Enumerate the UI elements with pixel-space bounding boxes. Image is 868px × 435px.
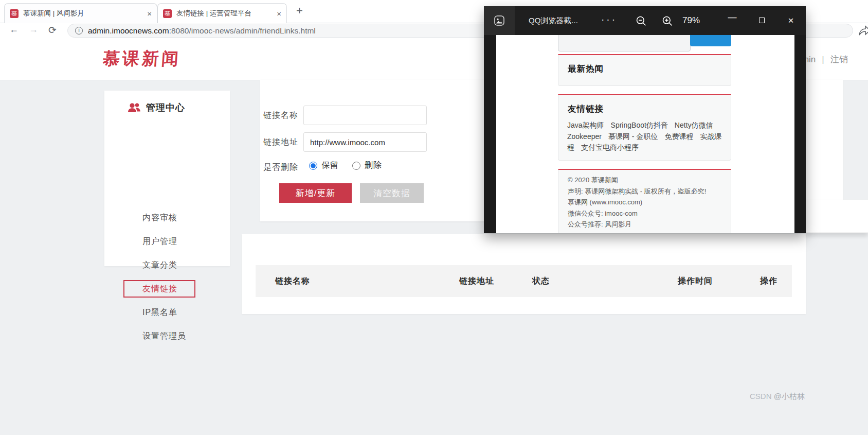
sidebar-item-ip-blacklist[interactable]: IP黑名单 [104, 301, 230, 324]
col-operations: 操作 [760, 265, 777, 297]
footer-lines: © 2020 慕课新闻 声明: 慕课网微架构实战 - 版权所有，盗版必究! 慕课… [568, 175, 724, 230]
viewed-screenshot: ⋯ 最新热闻 友情链接 Java架构师SpringBoot仿抖音Netty仿微信… [496, 35, 794, 233]
favicon-imooc: 慕 [163, 9, 172, 18]
footer-line: 微信公众号: imooc-com [568, 208, 724, 219]
friend-link: 支付宝电商小程序 [581, 143, 639, 151]
share-icon[interactable] [858, 25, 868, 37]
link-url-label: 链接地址 [263, 137, 298, 148]
friend-links-list: Java架构师SpringBoot仿抖音Netty仿微信Zookeeper慕课网… [567, 120, 724, 153]
users-icon [128, 102, 141, 113]
friend-link: Zookeeper [567, 132, 602, 141]
hot-news-title: 最新热闻 [568, 63, 731, 75]
forward-icon[interactable]: → [29, 24, 38, 35]
footer-line: © 2020 慕课新闻 [568, 175, 724, 186]
viewer-title: QQ浏览器截... [529, 6, 578, 35]
tab-title: 友情链接 | 运营管理平台 [176, 9, 273, 18]
link-name-input[interactable] [303, 106, 427, 125]
back-icon[interactable]: ← [9, 24, 19, 35]
footer-line: 慕课网 (www.imooc.com) [568, 197, 724, 208]
delete-radio[interactable] [352, 162, 360, 170]
sidebar: 管理中心 内容审核 用户管理 文章分类 友情链接 IP黑名单 设置管理员 [104, 91, 230, 266]
new-tab-icon[interactable]: + [296, 4, 303, 18]
is-delete-label: 是否删除 [263, 162, 298, 173]
viewer-titlebar[interactable]: QQ浏览器截... ··· 79% — × [484, 6, 806, 35]
footer-line: 声明: 慕课网微架构实战 - 版权所有，盗版必究! [568, 186, 724, 197]
sidebar-title-label: 管理中心 [146, 101, 185, 114]
minimize-icon[interactable]: — [720, 6, 744, 35]
delete-radio-group: 保留 删除 [309, 160, 395, 171]
browser-tab-2-active[interactable]: 慕 友情链接 | 运营管理平台 × [157, 3, 287, 23]
logout-link[interactable]: 注销 [830, 55, 848, 64]
col-link-name: 链接名称 [275, 265, 310, 297]
photo-search-button: ⋯ [690, 35, 731, 46]
friend-link: SpringBoot仿抖音 [611, 121, 668, 129]
picture-icon [494, 15, 505, 26]
watermark-brand: CSDN [750, 392, 772, 401]
more-menu-icon[interactable]: ··· [601, 6, 617, 33]
browser-tab-1[interactable]: 慕 慕课新闻 | 风间影月 × [4, 3, 157, 23]
photo-friend-links-panel: 友情链接 Java架构师SpringBoot仿抖音Netty仿微信Zookeep… [558, 94, 731, 161]
col-status: 状态 [532, 265, 550, 297]
link-url-input[interactable] [303, 132, 427, 152]
friend-link: Netty仿微信 [675, 121, 713, 129]
watermark: CSDN @小枯林 [750, 392, 805, 402]
favicon-imooc: 慕 [10, 9, 19, 18]
table-header-row: 链接名称 链接地址 状态 操作时间 操作 [256, 265, 792, 297]
friend-link: 免费课程 [664, 132, 693, 141]
reload-icon[interactable]: ⟳ [48, 24, 57, 36]
zoom-out-icon[interactable] [636, 15, 647, 27]
url-text: admin.imoocnews.com:8080/imooc-news/admi… [88, 26, 316, 36]
delete-radio-label[interactable]: 删除 [365, 160, 382, 171]
photo-search-input [558, 35, 691, 51]
site-logo[interactable]: 慕课新闻 [102, 47, 182, 71]
link-name-label: 链接名称 [263, 110, 298, 121]
image-viewer-app-icon [484, 6, 515, 35]
clear-data-button[interactable]: 清空数据 [360, 183, 424, 203]
keep-radio-label[interactable]: 保留 [321, 160, 339, 171]
tab-title: 慕课新闻 | 风间影月 [23, 9, 143, 18]
zoom-in-icon[interactable] [662, 15, 673, 27]
sidebar-item-article-category[interactable]: 文章分类 [104, 253, 230, 277]
active-item-border [123, 280, 195, 298]
sidebar-item-content-review[interactable]: 内容审核 [104, 206, 230, 230]
screenshot-viewer-window[interactable]: QQ浏览器截... ··· 79% — × ⋯ 最新热闻 [484, 6, 806, 233]
screen: 慕 慕课新闻 | 风间影月 × 慕 友情链接 | 运营管理平台 × + ← → … [0, 0, 868, 435]
friend-links-table-card: 链接名称 链接地址 状态 操作时间 操作 [242, 234, 806, 314]
zoom-level: 79% [682, 6, 700, 35]
friend-link: 慕课网 - 金职位 [608, 132, 658, 141]
close-icon[interactable]: × [779, 6, 803, 35]
photo-footer-panel: © 2020 慕课新闻 声明: 慕课网微架构实战 - 版权所有，盗版必究! 慕课… [558, 169, 731, 233]
footer-line: 公众号推荐: 风间影月 [568, 219, 724, 230]
sidebar-item-friend-links[interactable]: 友情链接 [104, 277, 230, 301]
col-op-time: 操作时间 [678, 265, 713, 297]
col-link-url: 链接地址 [459, 265, 494, 297]
friend-links-title: 友情链接 [568, 103, 731, 115]
photo-hot-news-panel: 最新热闻 [558, 54, 731, 86]
window-backdrop-edge [806, 200, 868, 233]
sidebar-item-set-admin[interactable]: 设置管理员 [104, 324, 230, 348]
tab-close-icon[interactable]: × [277, 9, 281, 18]
sidebar-item-user-management[interactable]: 用户管理 [104, 230, 230, 253]
keep-radio[interactable] [309, 162, 317, 170]
tab-close-icon[interactable]: × [147, 9, 152, 18]
sidebar-title: 管理中心 [128, 99, 185, 116]
maximize-icon[interactable] [750, 6, 773, 35]
add-update-button[interactable]: 新增/更新 [279, 183, 352, 203]
user-bar-separator: | [822, 55, 824, 64]
friend-link: Java架构师 [567, 121, 604, 129]
page-info-icon[interactable]: i [75, 27, 83, 34]
watermark-user: @小枯林 [774, 392, 805, 401]
